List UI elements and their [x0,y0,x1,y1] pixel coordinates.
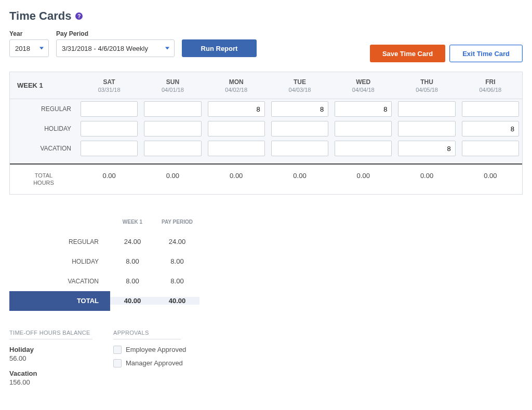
balance-name: Vacation [9,370,92,377]
balance-name: Holiday [9,346,92,353]
balances-title: TIME-OFF HOURS BALANCE [9,330,92,339]
summary-row: REGULAR 24.00 24.00 [9,232,200,252]
summary-value: 24.00 [110,238,155,245]
summary-label: VACATION [9,278,110,285]
summary-table: WEEK 1 PAY PERIOD REGULAR 24.00 24.00 HO… [9,212,200,311]
hours-input[interactable] [144,101,201,117]
timecard-grid: WEEK 1 SAT 03/31/18 SUN 04/01/18 MON 04/… [9,72,523,195]
approval-row: Employee Approved [113,346,186,354]
checkbox[interactable] [113,359,122,367]
total-hours-label: TOTAL HOURS [10,172,77,187]
hours-input[interactable] [462,121,519,136]
day-header: MON 04/02/18 [205,72,268,99]
approvals-section: APPROVALS Employee Approved Manager Appr… [113,330,186,393]
day-name: THU [398,78,455,86]
week-label: WEEK 1 [10,72,77,99]
approval-label: Manager Approved [126,359,183,367]
hours-input[interactable] [271,121,328,136]
row-label: HOLIDAY [10,125,77,132]
balance-value: 56.00 [9,354,92,362]
approval-row: Manager Approved [113,359,186,367]
chevron-down-icon [39,47,44,50]
run-report-button[interactable]: Run Report [182,39,257,57]
day-header: TUE 04/03/18 [268,72,331,99]
summary-row: VACATION 8.00 8.00 [9,271,200,291]
hours-input[interactable] [271,141,328,156]
summary-label: REGULAR [9,238,110,245]
grid-row-holiday: HOLIDAY [10,119,522,139]
period-label: Pay Period [56,30,175,37]
hours-input[interactable] [398,141,455,156]
hours-input[interactable] [208,141,265,156]
day-date: 04/01/18 [144,87,201,93]
period-select[interactable]: 3/31/2018 - 4/6/2018 Weekly [56,39,175,57]
hours-input[interactable] [335,101,392,117]
hours-input[interactable] [335,141,392,156]
row-label: VACATION [10,145,77,152]
day-date: 04/04/18 [335,87,392,93]
day-name: SAT [81,78,138,86]
hours-input[interactable] [81,141,138,156]
bottom-section: TIME-OFF HOURS BALANCE Holiday 56.00 Vac… [9,330,523,393]
hours-input[interactable] [144,141,201,156]
chevron-down-icon [165,47,169,50]
grid-body: REGULAR HOLIDAY VACATION [10,99,522,163]
year-label: Year [9,30,49,37]
day-header: FRI 04/06/18 [459,72,522,99]
exit-button[interactable]: Exit Time Card [449,45,523,62]
day-name: WED [335,78,392,86]
summary-col-header: WEEK 1 [110,219,155,225]
day-date: 04/03/18 [271,87,328,93]
right-buttons: Save Time Card Exit Time Card [370,45,523,62]
save-button[interactable]: Save Time Card [370,45,445,62]
hours-input[interactable] [81,121,138,136]
day-date: 04/05/18 [398,87,455,93]
grid-total-row: TOTAL HOURS 0.00 0.00 0.00 0.00 0.00 0.0… [10,163,522,194]
summary-value: 8.00 [155,257,200,265]
controls-row: Year 2018 Pay Period 3/31/2018 - 4/6/201… [9,30,523,57]
day-header: SUN 04/01/18 [141,72,204,99]
summary-value: 8.00 [110,257,155,265]
hours-input[interactable] [208,121,265,136]
day-name: FRI [462,78,519,86]
year-select[interactable]: 2018 [9,39,49,57]
summary-col-header: PAY PERIOD [155,219,200,225]
hours-input[interactable] [398,121,455,136]
day-date: 04/02/18 [208,87,265,93]
hours-input[interactable] [144,121,201,136]
summary-label: HOLIDAY [9,258,110,265]
page-title-text: Time Cards [9,9,71,23]
checkbox[interactable] [113,346,122,354]
hours-input[interactable] [462,101,519,117]
total-cell: 0.00 [205,172,268,187]
balance-value: 156.00 [9,378,92,386]
summary-header: WEEK 1 PAY PERIOD [9,212,200,232]
day-name: SUN [144,78,201,86]
help-icon[interactable]: ? [75,12,83,20]
total-cell: 0.00 [459,172,522,187]
hours-input[interactable] [208,101,265,117]
total-cell: 0.00 [141,172,204,187]
grid-header: WEEK 1 SAT 03/31/18 SUN 04/01/18 MON 04/… [10,72,522,99]
hours-input[interactable] [335,121,392,136]
hours-input[interactable] [271,101,328,117]
day-header: WED 04/04/18 [331,72,395,99]
year-value: 2018 [15,45,30,52]
summary-value: 24.00 [155,238,200,245]
approval-label: Employee Approved [126,346,186,353]
day-date: 03/31/18 [81,87,138,93]
year-field: Year 2018 [9,30,49,57]
hours-input[interactable] [462,141,519,156]
summary-total-value: 40.00 [110,297,155,305]
day-header: THU 04/05/18 [395,72,458,99]
day-name: TUE [271,78,328,86]
hours-input[interactable] [81,101,138,117]
summary-total-label: TOTAL [9,291,110,311]
total-cell: 0.00 [268,172,331,187]
period-field: Pay Period 3/31/2018 - 4/6/2018 Weekly [56,30,175,57]
balance-item: Holiday 56.00 [9,346,92,362]
total-cell: 0.00 [77,172,141,187]
period-value: 3/31/2018 - 4/6/2018 Weekly [62,45,148,52]
hours-input[interactable] [398,101,455,117]
day-header: SAT 03/31/18 [77,72,141,99]
